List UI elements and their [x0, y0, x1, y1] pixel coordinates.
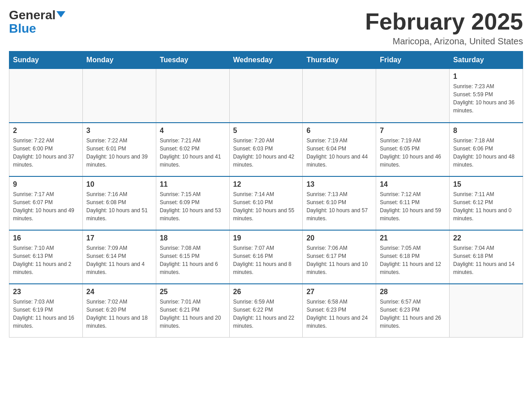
- day-number: 25: [160, 288, 226, 296]
- day-info: Sunrise: 7:04 AMSunset: 6:18 PMDaylight:…: [453, 244, 519, 276]
- day-number: 6: [306, 127, 372, 135]
- day-number: 2: [13, 127, 79, 135]
- table-row: 24Sunrise: 7:02 AMSunset: 6:20 PMDayligh…: [82, 284, 156, 338]
- day-number: 1: [453, 73, 519, 81]
- day-info: Sunrise: 7:17 AMSunset: 6:07 PMDaylight:…: [13, 190, 79, 223]
- day-number: 12: [233, 180, 299, 188]
- logo: General Blue: [9, 9, 65, 35]
- day-info: Sunrise: 7:08 AMSunset: 6:15 PMDaylight:…: [160, 244, 226, 276]
- day-info: Sunrise: 7:09 AMSunset: 6:14 PMDaylight:…: [86, 244, 152, 276]
- table-row: 27Sunrise: 6:58 AMSunset: 6:23 PMDayligh…: [303, 284, 376, 338]
- table-row: 12Sunrise: 7:14 AMSunset: 6:10 PMDayligh…: [229, 176, 303, 230]
- day-info: Sunrise: 7:05 AMSunset: 6:18 PMDaylight:…: [380, 244, 446, 276]
- day-info: Sunrise: 6:58 AMSunset: 6:23 PMDaylight:…: [306, 298, 372, 330]
- table-row: [229, 69, 303, 123]
- header-monday: Monday: [82, 51, 156, 69]
- day-info: Sunrise: 7:20 AMSunset: 6:03 PMDaylight:…: [233, 137, 299, 169]
- table-row: 23Sunrise: 7:03 AMSunset: 6:19 PMDayligh…: [9, 284, 83, 338]
- logo-line2: Blue: [9, 22, 36, 35]
- page-header: General Blue February 2025 Maricopa, Ari…: [9, 9, 523, 47]
- day-number: 15: [453, 180, 519, 188]
- day-number: 21: [380, 234, 446, 242]
- day-info: Sunrise: 7:01 AMSunset: 6:21 PMDaylight:…: [160, 298, 226, 330]
- table-row: 17Sunrise: 7:09 AMSunset: 6:14 PMDayligh…: [82, 230, 156, 284]
- table-row: 18Sunrise: 7:08 AMSunset: 6:15 PMDayligh…: [156, 230, 229, 284]
- day-info: Sunrise: 7:12 AMSunset: 6:11 PMDaylight:…: [380, 190, 446, 223]
- day-number: 3: [86, 127, 152, 135]
- table-row: 3Sunrise: 7:22 AMSunset: 6:01 PMDaylight…: [82, 123, 156, 176]
- title-area: February 2025 Maricopa, Arizona, United …: [365, 9, 523, 47]
- day-number: 11: [160, 180, 226, 188]
- day-info: Sunrise: 7:16 AMSunset: 6:08 PMDaylight:…: [86, 190, 152, 223]
- table-row: 7Sunrise: 7:19 AMSunset: 6:05 PMDaylight…: [376, 123, 450, 176]
- day-number: 18: [160, 234, 226, 242]
- calendar-week-4: 16Sunrise: 7:10 AMSunset: 6:13 PMDayligh…: [9, 230, 523, 284]
- day-info: Sunrise: 7:13 AMSunset: 6:10 PMDaylight:…: [306, 190, 372, 223]
- table-row: 9Sunrise: 7:17 AMSunset: 6:07 PMDaylight…: [9, 176, 83, 230]
- day-number: 14: [380, 180, 446, 188]
- header-sunday: Sunday: [9, 51, 83, 69]
- calendar-week-5: 23Sunrise: 7:03 AMSunset: 6:19 PMDayligh…: [9, 284, 523, 338]
- header-friday: Friday: [376, 51, 450, 69]
- day-number: 28: [380, 288, 446, 296]
- day-number: 10: [86, 180, 152, 188]
- table-row: 5Sunrise: 7:20 AMSunset: 6:03 PMDaylight…: [229, 123, 303, 176]
- table-row: [303, 69, 376, 123]
- table-row: 26Sunrise: 6:59 AMSunset: 6:22 PMDayligh…: [229, 284, 303, 338]
- day-number: 27: [306, 288, 372, 296]
- table-row: 2Sunrise: 7:22 AMSunset: 6:00 PMDaylight…: [9, 123, 83, 176]
- table-row: 11Sunrise: 7:15 AMSunset: 6:09 PMDayligh…: [156, 176, 229, 230]
- day-info: Sunrise: 7:21 AMSunset: 6:02 PMDaylight:…: [160, 137, 226, 169]
- day-info: Sunrise: 7:14 AMSunset: 6:10 PMDaylight:…: [233, 190, 299, 223]
- day-info: Sunrise: 7:19 AMSunset: 6:05 PMDaylight:…: [380, 137, 446, 169]
- day-number: 23: [13, 288, 79, 296]
- day-info: Sunrise: 7:07 AMSunset: 6:16 PMDaylight:…: [233, 244, 299, 276]
- day-info: Sunrise: 7:23 AMSunset: 5:59 PMDaylight:…: [453, 82, 519, 115]
- day-info: Sunrise: 7:18 AMSunset: 6:06 PMDaylight:…: [453, 137, 519, 169]
- table-row: 13Sunrise: 7:13 AMSunset: 6:10 PMDayligh…: [303, 176, 376, 230]
- day-number: 22: [453, 234, 519, 242]
- day-info: Sunrise: 7:22 AMSunset: 6:00 PMDaylight:…: [13, 137, 79, 169]
- table-row: 28Sunrise: 6:57 AMSunset: 6:23 PMDayligh…: [376, 284, 450, 338]
- calendar-week-1: 1Sunrise: 7:23 AMSunset: 5:59 PMDaylight…: [9, 69, 523, 123]
- day-number: 9: [13, 180, 79, 188]
- logo-line1: General: [9, 9, 65, 21]
- table-row: 16Sunrise: 7:10 AMSunset: 6:13 PMDayligh…: [9, 230, 83, 284]
- day-number: 7: [380, 127, 446, 135]
- header-tuesday: Tuesday: [156, 51, 229, 69]
- header-wednesday: Wednesday: [229, 51, 303, 69]
- day-number: 20: [306, 234, 372, 242]
- table-row: [156, 69, 229, 123]
- calendar-table: Sunday Monday Tuesday Wednesday Thursday…: [9, 51, 523, 338]
- day-number: 19: [233, 234, 299, 242]
- day-info: Sunrise: 7:03 AMSunset: 6:19 PMDaylight:…: [13, 298, 79, 330]
- day-info: Sunrise: 7:10 AMSunset: 6:13 PMDaylight:…: [13, 244, 79, 276]
- day-number: 16: [13, 234, 79, 242]
- calendar-week-3: 9Sunrise: 7:17 AMSunset: 6:07 PMDaylight…: [9, 176, 523, 230]
- day-info: Sunrise: 7:19 AMSunset: 6:04 PMDaylight:…: [306, 137, 372, 169]
- day-number: 17: [86, 234, 152, 242]
- calendar-week-2: 2Sunrise: 7:22 AMSunset: 6:00 PMDaylight…: [9, 123, 523, 176]
- table-row: 21Sunrise: 7:05 AMSunset: 6:18 PMDayligh…: [376, 230, 450, 284]
- day-info: Sunrise: 7:11 AMSunset: 6:12 PMDaylight:…: [453, 190, 519, 223]
- day-info: Sunrise: 7:06 AMSunset: 6:17 PMDaylight:…: [306, 244, 372, 276]
- day-info: Sunrise: 6:59 AMSunset: 6:22 PMDaylight:…: [233, 298, 299, 330]
- table-row: 4Sunrise: 7:21 AMSunset: 6:02 PMDaylight…: [156, 123, 229, 176]
- day-number: 24: [86, 288, 152, 296]
- table-row: 25Sunrise: 7:01 AMSunset: 6:21 PMDayligh…: [156, 284, 229, 338]
- header-thursday: Thursday: [303, 51, 376, 69]
- day-info: Sunrise: 7:22 AMSunset: 6:01 PMDaylight:…: [86, 137, 152, 169]
- day-number: 13: [306, 180, 372, 188]
- table-row: 10Sunrise: 7:16 AMSunset: 6:08 PMDayligh…: [82, 176, 156, 230]
- location: Maricopa, Arizona, United States: [365, 36, 523, 47]
- table-row: 14Sunrise: 7:12 AMSunset: 6:11 PMDayligh…: [376, 176, 450, 230]
- table-row: 8Sunrise: 7:18 AMSunset: 6:06 PMDaylight…: [450, 123, 523, 176]
- day-info: Sunrise: 7:02 AMSunset: 6:20 PMDaylight:…: [86, 298, 152, 330]
- table-row: 1Sunrise: 7:23 AMSunset: 5:59 PMDaylight…: [450, 69, 523, 123]
- day-info: Sunrise: 6:57 AMSunset: 6:23 PMDaylight:…: [380, 298, 446, 330]
- table-row: [376, 69, 450, 123]
- table-row: 6Sunrise: 7:19 AMSunset: 6:04 PMDaylight…: [303, 123, 376, 176]
- header-saturday: Saturday: [450, 51, 523, 69]
- month-title: February 2025: [365, 9, 523, 34]
- table-row: [450, 284, 523, 338]
